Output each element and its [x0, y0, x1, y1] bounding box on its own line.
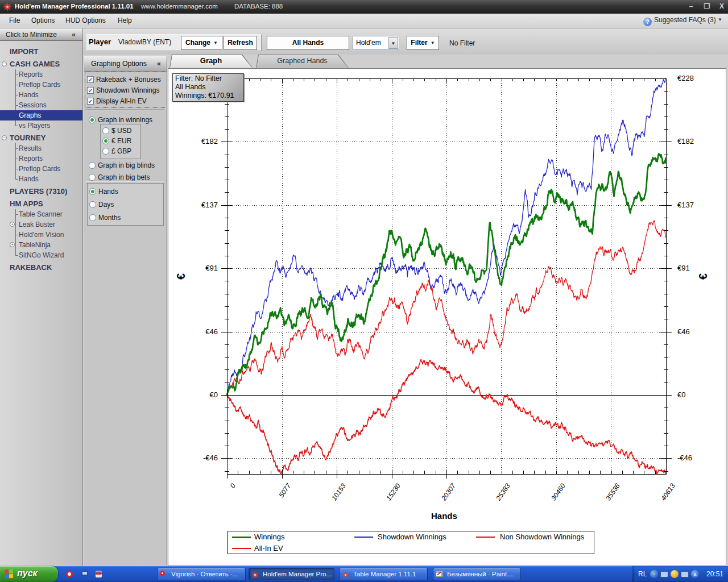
checkbox-icon[interactable]: ✔: [87, 98, 94, 105]
menu-item-hud-options[interactable]: HUD Options: [65, 16, 106, 24]
refresh-button[interactable]: Refresh: [224, 36, 257, 50]
graphing-options-header[interactable]: Graphing Options«: [84, 56, 167, 72]
close-button[interactable]: X: [717, 2, 727, 11]
tree-line: [15, 153, 19, 164]
collapse-icon: «: [157, 56, 161, 72]
y-tick-label: -€46: [184, 454, 218, 462]
filter-button[interactable]: Filter▼: [407, 36, 439, 50]
sidebar-section-cash-games[interactable]: –CASH GAMES: [0, 59, 82, 69]
checkbox-showdown-winnings[interactable]: ✔Showdown Winnings: [85, 85, 165, 96]
radio-xmode-days[interactable]: Days: [88, 198, 163, 211]
sidebar-section-hm-apps[interactable]: HM APPS: [0, 199, 82, 209]
radio-icon[interactable]: [89, 117, 96, 123]
language-indicator[interactable]: RL: [638, 570, 647, 578]
suggested-faqs-button[interactable]: ?Suggested FAQs (3) ▼: [643, 16, 722, 26]
sidebar-item-reports[interactable]: Reports: [0, 69, 82, 80]
holdem-manager-window: Hold'em Manager Professional 1.11.01 www…: [0, 0, 728, 582]
y-tick-label: €0: [677, 391, 685, 399]
radio-icon[interactable]: [102, 138, 109, 144]
checkbox-icon[interactable]: ✔: [87, 76, 94, 83]
start-button[interactable]: пуск: [0, 566, 58, 582]
paint-icon[interactable]: [436, 571, 443, 577]
radio-icon[interactable]: [102, 148, 109, 155]
sidebar-item-hands[interactable]: Hands: [0, 174, 82, 184]
sidebar-section-rakeback[interactable]: RAKEBACK: [0, 263, 82, 273]
radio-currency-2[interactable]: £ GBP: [101, 146, 140, 156]
sidebar-section-import[interactable]: IMPORT: [0, 47, 82, 57]
hm-icon[interactable]: [342, 571, 349, 580]
opera-icon[interactable]: [66, 571, 73, 577]
sidebar-item-preflop-cards[interactable]: Preflop Cards: [0, 164, 82, 174]
sidebar-item-graphs[interactable]: Graphs: [0, 110, 82, 120]
change-button[interactable]: Change▼: [181, 36, 222, 50]
sidebar-item-sitngo-wizard[interactable]: SitNGo Wizard: [0, 250, 82, 260]
hm-icon[interactable]: [251, 571, 259, 580]
menu-item-help[interactable]: Help: [118, 16, 132, 24]
tab-graph[interactable]: Graph: [169, 55, 253, 68]
y-tick-label: €0: [184, 391, 218, 399]
y-tick-label: €137: [677, 201, 694, 209]
task-button-0[interactable]: Vigorish · Ответить -...: [157, 568, 246, 580]
radio-icon[interactable]: [89, 214, 96, 221]
player-value: VladowlBY (ENT): [118, 38, 171, 46]
sidebar-item-results[interactable]: Results: [0, 143, 82, 153]
sidebar-section-players-[interactable]: PLAYERS (7310): [0, 186, 82, 197]
chart-info-box: Filter: No Filter All Hands Winnings: €1…: [172, 73, 244, 102]
sidebar-item-hands[interactable]: Hands: [0, 90, 82, 100]
sidebar-item-sessions[interactable]: Sessions: [0, 100, 82, 110]
tree-line: [15, 143, 19, 153]
sidebar-item-vs-players[interactable]: vs Players: [0, 120, 82, 131]
collapse-icon[interactable]: –: [2, 61, 7, 66]
collapse-icon[interactable]: –: [2, 135, 7, 140]
radio-icon[interactable]: [89, 174, 96, 181]
sidebar-item-table-scanner[interactable]: Table Scanner: [0, 209, 82, 219]
floppy-icon[interactable]: [96, 571, 102, 577]
menu-item-options[interactable]: Options: [31, 16, 55, 24]
task-button-2[interactable]: Table Manager 1.11.1: [339, 568, 428, 580]
expand-icon[interactable]: +: [10, 242, 15, 247]
sidebar-minimize-bar[interactable]: Click to Minimize«: [0, 28, 82, 41]
y-tick-label: €228: [677, 74, 694, 82]
restore-button[interactable]: ❐: [702, 2, 712, 11]
radio-xmode-hands[interactable]: Hands: [88, 185, 163, 198]
task-button-3[interactable]: Безымянный - Paint....: [433, 568, 521, 580]
task-button-1[interactable]: Hold'em Manager Pro...: [249, 568, 334, 580]
checkbox-display-all-in-ev[interactable]: ✔Display All-In EV: [85, 96, 165, 107]
sidebar-section-tourney[interactable]: –TOURNEY: [0, 133, 82, 143]
sidebar-item-reports[interactable]: Reports: [0, 153, 82, 164]
back-tray-icon[interactable]: ‹: [650, 570, 658, 578]
network-tray-icon[interactable]: [660, 571, 668, 577]
display-icon[interactable]: [81, 571, 88, 576]
minimize-button[interactable]: –: [686, 2, 696, 11]
sidebar-item-preflop-cards[interactable]: Preflop Cards: [0, 80, 82, 90]
all-hands-button[interactable]: All Hands: [267, 36, 349, 50]
chevron-down-icon[interactable]: ▼: [388, 37, 398, 49]
checkbox-rakeback-bonuses[interactable]: ✔Rakeback + Bonuses: [85, 74, 165, 85]
alert-tray-icon[interactable]: [671, 570, 679, 578]
radio-xmode-months[interactable]: Months: [88, 211, 163, 225]
tree-line: [15, 230, 19, 240]
messenger-tray-icon[interactable]: a: [691, 570, 699, 578]
help-icon: ?: [643, 18, 652, 26]
tree-line: [15, 80, 19, 90]
tree-line: [15, 120, 19, 131]
sidebar-item-hold-em-vision[interactable]: Hold'em Vision: [0, 230, 82, 240]
checkbox-icon[interactable]: ✔: [87, 87, 94, 94]
sidebar-item-tableninja[interactable]: +TableNinja: [0, 240, 82, 250]
tab-graphed-hands[interactable]: Graphed Hands: [256, 55, 349, 68]
menu-item-file[interactable]: File: [9, 16, 20, 24]
radio-currency-0[interactable]: $ USD: [101, 126, 140, 136]
radio-icon[interactable]: [89, 201, 96, 208]
sidebar-item-leak-buster[interactable]: +Leak Buster: [0, 219, 82, 230]
y-tick-label: €182: [184, 138, 218, 146]
radio-icon[interactable]: [102, 127, 109, 134]
opera-icon[interactable]: [160, 571, 165, 576]
game-type-select[interactable]: Hold'em ▼: [353, 36, 399, 50]
radio-icon[interactable]: [89, 188, 96, 195]
radio-icon[interactable]: [89, 162, 96, 169]
network2-tray-icon[interactable]: [681, 571, 689, 577]
tree-line: [15, 209, 19, 219]
radio-graph-in-big-blinds[interactable]: Graph in big blinds: [87, 160, 167, 171]
expand-icon[interactable]: +: [10, 222, 15, 227]
radio-currency-1[interactable]: € EUR: [101, 136, 140, 146]
